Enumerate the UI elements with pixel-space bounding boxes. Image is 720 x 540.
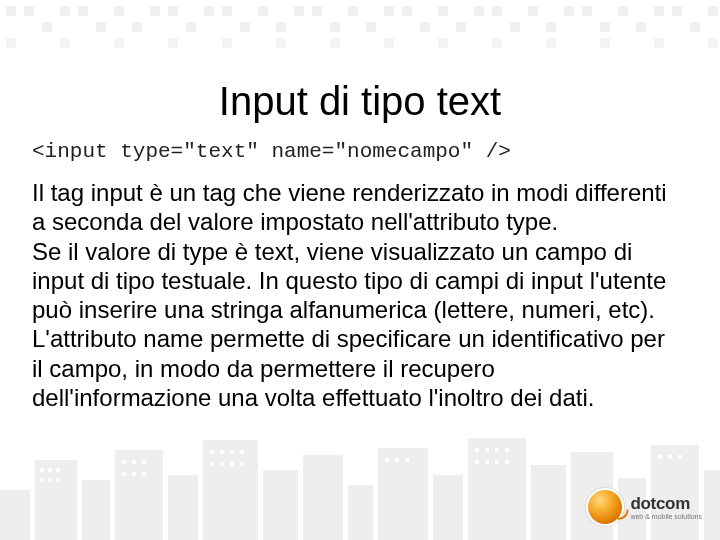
svg-rect-81 [132, 472, 136, 476]
svg-rect-78 [132, 460, 136, 464]
svg-rect-71 [40, 468, 44, 472]
svg-rect-4 [78, 6, 88, 16]
svg-rect-80 [122, 472, 126, 476]
svg-rect-84 [220, 450, 224, 454]
svg-rect-0 [6, 6, 16, 16]
svg-rect-43 [168, 38, 178, 48]
svg-rect-16 [294, 6, 304, 16]
svg-rect-72 [48, 468, 52, 472]
svg-rect-12 [222, 6, 232, 16]
svg-rect-44 [222, 38, 232, 48]
svg-rect-29 [528, 6, 538, 16]
svg-rect-101 [505, 460, 509, 464]
svg-rect-82 [142, 472, 146, 476]
svg-rect-40 [6, 38, 16, 48]
svg-rect-74 [40, 478, 44, 482]
svg-rect-62 [348, 485, 373, 540]
svg-rect-19 [348, 6, 358, 16]
svg-rect-87 [210, 462, 214, 466]
svg-rect-85 [230, 450, 234, 454]
svg-rect-9 [168, 6, 178, 16]
logo-tagline: web & mobile solutions [630, 513, 702, 520]
svg-rect-17 [312, 6, 322, 16]
svg-rect-65 [468, 438, 526, 540]
svg-rect-33 [600, 22, 610, 32]
svg-rect-7 [132, 22, 142, 32]
svg-rect-88 [220, 462, 224, 466]
svg-rect-97 [505, 448, 509, 452]
svg-rect-95 [485, 448, 489, 452]
svg-rect-48 [438, 38, 448, 48]
svg-rect-90 [240, 462, 244, 466]
svg-rect-32 [582, 6, 592, 16]
svg-rect-30 [546, 22, 556, 32]
svg-rect-41 [60, 38, 70, 48]
svg-rect-77 [122, 460, 126, 464]
svg-rect-18 [330, 22, 340, 32]
logo: dotcom web & mobile solutions [586, 488, 702, 526]
svg-rect-15 [276, 22, 286, 32]
logo-sphere-icon [586, 488, 624, 526]
svg-rect-27 [492, 6, 502, 16]
svg-rect-39 [708, 6, 718, 16]
svg-rect-14 [258, 6, 268, 16]
svg-rect-36 [654, 6, 664, 16]
svg-rect-79 [142, 460, 146, 464]
svg-rect-23 [420, 22, 430, 32]
svg-rect-10 [186, 22, 196, 32]
svg-rect-8 [150, 6, 160, 16]
svg-rect-76 [56, 478, 60, 482]
svg-rect-52 [654, 38, 664, 48]
svg-rect-51 [600, 38, 610, 48]
svg-rect-75 [48, 478, 52, 482]
svg-rect-104 [678, 455, 682, 459]
svg-rect-37 [672, 6, 682, 16]
svg-rect-61 [303, 455, 343, 540]
svg-rect-93 [405, 458, 409, 462]
svg-rect-35 [636, 22, 646, 32]
slide-title: Input di tipo text [0, 79, 720, 124]
svg-rect-89 [230, 462, 234, 466]
svg-rect-25 [456, 22, 466, 32]
svg-rect-59 [203, 440, 258, 540]
svg-rect-31 [564, 6, 574, 16]
svg-rect-83 [210, 450, 214, 454]
svg-rect-73 [56, 468, 60, 472]
svg-rect-86 [240, 450, 244, 454]
svg-rect-13 [240, 22, 250, 32]
svg-rect-21 [384, 6, 394, 16]
svg-rect-34 [618, 6, 628, 16]
logo-name: dotcom [630, 495, 702, 512]
svg-rect-1 [24, 6, 34, 16]
svg-rect-94 [475, 448, 479, 452]
svg-rect-11 [204, 6, 214, 16]
top-decoration [0, 0, 720, 55]
svg-rect-5 [96, 22, 106, 32]
svg-rect-28 [510, 22, 520, 32]
svg-rect-24 [438, 6, 448, 16]
svg-rect-50 [546, 38, 556, 48]
svg-rect-6 [114, 6, 124, 16]
svg-rect-102 [658, 455, 662, 459]
svg-rect-54 [0, 490, 30, 540]
svg-rect-56 [82, 480, 110, 540]
svg-rect-60 [263, 470, 298, 540]
svg-rect-99 [485, 460, 489, 464]
svg-rect-64 [433, 475, 463, 540]
svg-rect-58 [168, 475, 198, 540]
svg-rect-98 [475, 460, 479, 464]
svg-rect-20 [366, 22, 376, 32]
svg-rect-100 [495, 460, 499, 464]
svg-rect-46 [330, 38, 340, 48]
svg-rect-66 [531, 465, 566, 540]
svg-rect-26 [474, 6, 484, 16]
svg-rect-92 [395, 458, 399, 462]
code-snippet: <input type="text" name="nomecampo" /> [32, 140, 511, 163]
svg-rect-38 [690, 22, 700, 32]
svg-rect-53 [708, 38, 718, 48]
svg-rect-42 [114, 38, 124, 48]
svg-rect-3 [60, 6, 70, 16]
svg-rect-91 [385, 458, 389, 462]
svg-rect-49 [492, 38, 502, 48]
svg-rect-47 [384, 38, 394, 48]
